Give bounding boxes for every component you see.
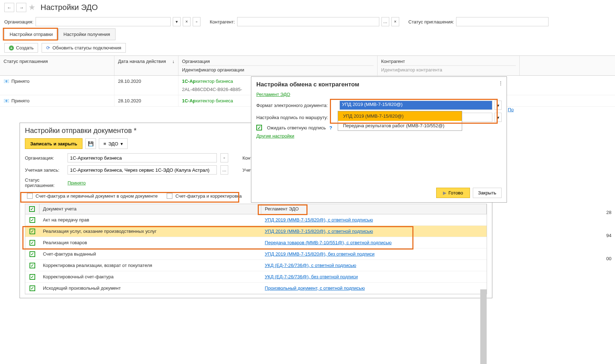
dropdown-option[interactable]: УПД 2019 (ММВ-7-15/820@) [338, 111, 462, 121]
side-number: 28 [606, 210, 611, 215]
tab-receive[interactable]: Настройки получения [58, 28, 116, 40]
account-label: Учетная запись: [25, 167, 64, 173]
doc-table: ✓ Документ учета Регламент ЭДО ✓Акт на п… [25, 204, 487, 294]
row-checkbox[interactable]: ✓ [30, 251, 35, 257]
edo-menu-button[interactable]: ≡ ЭДО ▾ [99, 138, 127, 149]
save-button[interactable]: 💾 [85, 138, 96, 149]
doc-name: Счет-фактура выданный [39, 249, 261, 259]
org-dropdown-button[interactable]: ▾ [173, 17, 181, 26]
row-checkbox[interactable]: ✓ [30, 217, 35, 223]
doc-icon: 📧 [4, 98, 9, 102]
refresh-button[interactable]: ⟳ Обновить статусы подключения [42, 43, 126, 53]
doc-name: Реализация услуг, оказание производствен… [39, 226, 261, 236]
row-checkbox[interactable]: ✓ [30, 274, 35, 280]
grid-col-counter[interactable]: Контрагент Идентификатор контрагента [378, 56, 520, 75]
chk-invoice-correction[interactable] [167, 193, 172, 199]
doc-col-check[interactable]: ✓ [25, 204, 39, 214]
filter-status-input[interactable] [456, 17, 549, 26]
doc-row[interactable]: ✓Корректировка реализации, возврат от по… [25, 260, 487, 271]
save-close-button[interactable]: Записать и закрыть [25, 138, 82, 149]
create-button[interactable]: + Создать [4, 43, 38, 53]
reglament-link[interactable]: УКД (ЕД-7-26/736@), без ответной подписи [265, 274, 358, 279]
modal2-title: Настройка обмена с контрагентом [256, 81, 502, 88]
org-input[interactable] [68, 153, 217, 162]
row-checkbox[interactable]: ✓ [30, 229, 35, 234]
doc-row[interactable]: ✓Акт на передачу правУПД 2019 (ММВ-7-15/… [25, 214, 487, 226]
tab-send[interactable]: Настройки отправки [4, 28, 58, 40]
org-clear-button[interactable]: × [183, 17, 191, 26]
reglament-link[interactable]: УКД (ЕД-7-26/736@), с ответной подписью [265, 263, 356, 268]
kebab-icon[interactable]: ⋮ [498, 80, 503, 86]
row-checkbox[interactable]: ✓ [30, 285, 35, 291]
wait-sign-label: Ожидать ответную подпись [267, 125, 326, 130]
row-checkbox[interactable]: ✓ [30, 263, 35, 268]
grid-col-date[interactable]: Дата начала действия ↓ [114, 56, 178, 75]
doc-row[interactable]: ✓Реализация услуг, оказание производстве… [25, 226, 487, 237]
grid-header: Статус приглашения Дата начала действия … [0, 56, 615, 76]
help-icon[interactable]: ? [330, 125, 332, 130]
check-all-icon: ✓ [29, 206, 35, 212]
grid-col-org[interactable]: Организация Идентификатор организации [178, 56, 378, 75]
reglament-link[interactable]: УПД 2019 (ММВ-7-15/820@), с ответной под… [265, 217, 373, 223]
doc-row[interactable]: ✓Корректировочный счет-фактураУКД (ЕД-7-… [25, 271, 487, 283]
other-settings-link[interactable]: Другие настройки [256, 133, 294, 139]
doc-row[interactable]: ✓Исходящий произвольный документПроизвол… [25, 283, 487, 294]
account-input[interactable] [68, 165, 217, 175]
sort-icon: ↓ [172, 59, 175, 73]
reglament-link[interactable]: УПД 2019 (ММВ-7-15/820@), без ответной п… [265, 251, 375, 257]
route-dropdown-button[interactable]: ▾ [494, 113, 502, 122]
filter-org-input[interactable] [36, 17, 171, 26]
chk-invoice-correction-label: Счет-фактура и корректировка [175, 193, 242, 199]
ready-button[interactable]: ▶Готово [436, 188, 470, 198]
org-link[interactable]: 1С-Архитектор бизнеса [182, 79, 233, 84]
modal-exchange-settings: ⋮ Настройка обмена с контрагентом Реглам… [251, 76, 507, 203]
doc-col-name[interactable]: Документ учета [39, 204, 261, 214]
doc-row[interactable]: ✓Реализация товаровПередача товаров (ММВ… [25, 237, 487, 248]
format-dropdown-button[interactable]: ▾ [494, 101, 502, 110]
counter-clear-button[interactable]: × [391, 17, 399, 26]
tabs: Настройки отправки Настройки получения [0, 28, 615, 40]
dropdown-option[interactable]: Передача результатов работ (ММВ-7-10/552… [338, 121, 462, 130]
chk-invoice-primary[interactable] [27, 193, 33, 199]
reglament-link[interactable]: Передача товаров (ММВ-7-10/551@), с отве… [265, 240, 392, 245]
side-number: 94 [606, 233, 611, 238]
reglament-link[interactable]: Произвольный документ, с ответной подпис… [265, 285, 365, 291]
back-button[interactable]: ← [4, 3, 14, 12]
play-icon: ▶ [443, 190, 446, 196]
filter-counter-label: Контрагент: [210, 19, 235, 25]
invite-status-label: Статус приглашения: [25, 177, 64, 188]
favorite-star-icon[interactable]: ★ [28, 3, 36, 12]
reglament-link[interactable]: Регламент ЭДО [256, 92, 290, 97]
vertical-scrollbar[interactable] [480, 289, 487, 364]
filter-counter-input[interactable] [237, 17, 379, 26]
forward-button[interactable]: → [16, 3, 26, 12]
close-button[interactable]: Закрыть [473, 188, 502, 198]
po-link[interactable]: По [508, 107, 514, 112]
doc-name: Акт на передачу прав [39, 215, 261, 225]
plus-icon: + [9, 46, 14, 50]
doc-row[interactable]: ✓Счет-фактура выданныйУПД 2019 (ММВ-7-15… [25, 248, 487, 260]
invite-status-link[interactable]: Принято [68, 180, 86, 186]
wait-sign-checkbox[interactable]: ✓ [256, 125, 262, 130]
toolbar: + Создать ⟳ Обновить статусы подключения [0, 40, 615, 55]
header: ← → ★ Настройки ЭДО [0, 0, 615, 15]
org-open-icon[interactable]: ▫ [220, 153, 228, 162]
floppy-icon: 💾 [88, 141, 94, 146]
org-open-button[interactable]: ▫ [193, 17, 200, 26]
filter-row: Организация: ▾ × ▫ Контрагент: … × Стату… [0, 15, 615, 28]
format-label: Формат электронного документа: [256, 103, 337, 108]
doc-name: Корректировочный счет-фактура [39, 272, 261, 282]
format-select[interactable]: УПД 2019 (ММВ-7-15/820@) [339, 101, 492, 110]
doc-col-reglament[interactable]: Регламент ЭДО [261, 204, 487, 214]
filter-status-label: Статус приглашения: [408, 19, 454, 25]
org-link[interactable]: 1С-Архитектор бизнеса [182, 98, 233, 103]
account-more-button[interactable]: … [220, 165, 228, 175]
doc-icon: 📧 [4, 79, 9, 83]
refresh-icon: ⟳ [46, 45, 50, 50]
chk-invoice-primary-label: Счет-фактура и первичный документ в одно… [36, 193, 157, 199]
row-checkbox[interactable]: ✓ [30, 240, 35, 246]
counter-more-button[interactable]: … [381, 17, 389, 26]
filter-org-label: Организация: [4, 19, 33, 25]
reglament-link[interactable]: УПД 2019 (ММВ-7-15/820@), с ответной под… [265, 229, 373, 234]
grid-col-status[interactable]: Статус приглашения [0, 56, 114, 75]
